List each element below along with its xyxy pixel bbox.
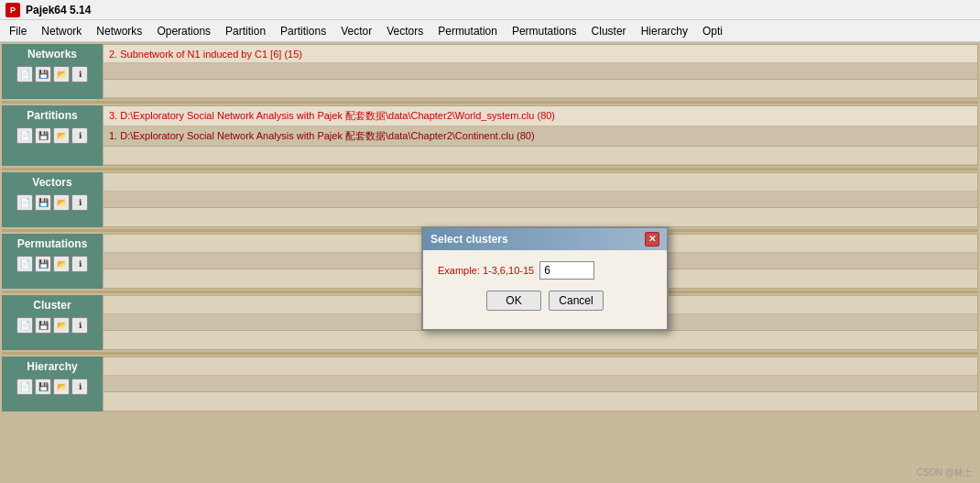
partitions-row-1: 3. D:\Exploratory Social Network Analysi… xyxy=(103,106,977,126)
partitions-row-2: 1. D:\Exploratory Social Network Analysi… xyxy=(103,126,977,147)
menu-networks[interactable]: Networks xyxy=(89,20,149,41)
hierarchy-panel: Hierarchy 📄 💾 📂 ℹ xyxy=(2,357,978,412)
hierarchy-title: Hierarchy xyxy=(27,360,77,373)
select-clusters-dialog: Select clusters ✕ Example: 1-3,6,10-15 O… xyxy=(421,226,669,331)
cluster-label-area: Cluster 📄 💾 📂 ℹ xyxy=(2,295,103,350)
menu-hierarchy[interactable]: Hierarchy xyxy=(634,20,695,41)
hierarchy-label-area: Hierarchy 📄 💾 📂 ℹ xyxy=(2,357,103,412)
permutations-label-area: Permutations 📄 💾 📂 ℹ xyxy=(2,234,103,289)
partitions-row-2-text: 1. D:\Exploratory Social Network Analysi… xyxy=(109,130,535,141)
permutations-toolbar: 📄 💾 📂 ℹ xyxy=(16,256,88,272)
hierarchy-toolbar: 📄 💾 📂 ℹ xyxy=(16,379,88,395)
menu-partition[interactable]: Partition xyxy=(218,20,273,41)
dialog-example-label: Example: 1-3,6,10-15 xyxy=(438,265,534,276)
sep-5 xyxy=(2,352,978,355)
vectors-panel: Vectors 📄 💾 📂 ℹ xyxy=(2,172,978,227)
menu-network[interactable]: Network xyxy=(34,20,89,41)
partitions-panel: Partitions 📄 💾 📂 ℹ 3. D:\Exploratory Soc… xyxy=(2,105,978,166)
networks-toolbar: 📄 💾 📂 ℹ xyxy=(16,66,88,82)
vectors-new-btn[interactable]: 📄 xyxy=(16,194,33,211)
vectors-toolbar: 📄 💾 📂 ℹ xyxy=(16,194,88,211)
vectors-title: Vectors xyxy=(32,176,71,189)
permutations-info-btn[interactable]: ℹ xyxy=(71,256,88,272)
dialog-clusters-input[interactable] xyxy=(539,261,594,280)
cluster-title: Cluster xyxy=(33,299,71,312)
networks-save-btn[interactable]: 💾 xyxy=(35,66,51,82)
permutations-save-btn[interactable]: 💾 xyxy=(35,256,51,272)
partitions-info-btn[interactable]: ℹ xyxy=(71,127,88,144)
menu-cluster[interactable]: Cluster xyxy=(584,20,634,41)
hierarchy-row-1 xyxy=(103,357,977,376)
hierarchy-save-btn[interactable]: 💾 xyxy=(35,379,51,395)
permutations-open-btn[interactable]: 📂 xyxy=(53,256,70,272)
title-bar: P Pajek64 5.14 xyxy=(0,0,980,20)
hierarchy-info-btn[interactable]: ℹ xyxy=(71,379,88,395)
dialog-buttons: OK Cancel xyxy=(438,291,652,318)
menu-opti[interactable]: Opti xyxy=(695,20,730,41)
networks-content: 2. Subnetwork of N1 induced by C1 [6] (1… xyxy=(103,44,978,99)
networks-row-1: 2. Subnetwork of N1 induced by C1 [6] (1… xyxy=(103,45,977,63)
vectors-save-btn[interactable]: 💾 xyxy=(35,194,51,211)
hierarchy-content xyxy=(103,357,978,412)
dialog-ok-button[interactable]: OK xyxy=(486,291,541,311)
networks-row-2 xyxy=(103,63,977,80)
menu-partitions[interactable]: Partitions xyxy=(273,20,333,41)
partitions-label-area: Partitions 📄 💾 📂 ℹ xyxy=(2,105,103,166)
vectors-content xyxy=(103,172,978,227)
menu-permutation[interactable]: Permutation xyxy=(430,20,505,41)
cluster-info-btn[interactable]: ℹ xyxy=(71,317,88,334)
partitions-title: Partitions xyxy=(27,109,77,122)
hierarchy-new-btn[interactable]: 📄 xyxy=(16,379,33,395)
menu-file[interactable]: File xyxy=(2,20,34,41)
hierarchy-open-btn[interactable]: 📂 xyxy=(53,379,70,395)
menu-operations[interactable]: Operations xyxy=(149,20,218,41)
watermark: CSDN @林土 xyxy=(917,467,973,479)
networks-new-btn[interactable]: 📄 xyxy=(16,66,33,82)
dialog-close-button[interactable]: ✕ xyxy=(645,232,659,247)
dialog-titlebar: Select clusters ✕ xyxy=(423,228,667,250)
permutations-title: Permutations xyxy=(17,237,88,250)
partitions-save-btn[interactable]: 💾 xyxy=(35,127,51,144)
partitions-toolbar: 📄 💾 📂 ℹ xyxy=(16,127,88,144)
partitions-new-btn[interactable]: 📄 xyxy=(16,127,33,144)
networks-panel: Networks 📄 💾 📂 ℹ 2. Subnetwork of N1 ind… xyxy=(2,44,978,99)
networks-title: Networks xyxy=(27,48,77,60)
partitions-open-btn[interactable]: 📂 xyxy=(53,127,70,144)
menu-permutations[interactable]: Permutations xyxy=(505,20,584,41)
cluster-open-btn[interactable]: 📂 xyxy=(53,317,70,334)
networks-open-btn[interactable]: 📂 xyxy=(53,66,70,82)
vectors-info-btn[interactable]: ℹ xyxy=(71,194,88,211)
partitions-row-3 xyxy=(103,147,977,165)
sep-1 xyxy=(2,101,978,104)
vectors-row-2 xyxy=(103,192,977,208)
menu-vectors[interactable]: Vectors xyxy=(379,20,430,41)
app-icon: P xyxy=(5,3,20,17)
menu-bar: File Network Networks Operations Partiti… xyxy=(0,20,980,42)
cluster-save-btn[interactable]: 💾 xyxy=(35,317,51,334)
hierarchy-row-2 xyxy=(103,376,977,392)
partitions-content: 3. D:\Exploratory Social Network Analysi… xyxy=(103,105,978,166)
sep-2 xyxy=(2,168,978,170)
cluster-new-btn[interactable]: 📄 xyxy=(16,317,33,334)
vectors-open-btn[interactable]: 📂 xyxy=(53,194,70,211)
permutations-new-btn[interactable]: 📄 xyxy=(16,256,33,272)
cluster-toolbar: 📄 💾 📂 ℹ xyxy=(16,317,88,334)
app-title: Pajek64 5.14 xyxy=(26,4,91,16)
networks-label-area: Networks 📄 💾 📂 ℹ xyxy=(2,44,103,99)
networks-row-3 xyxy=(103,80,977,98)
networks-info-btn[interactable]: ℹ xyxy=(71,66,88,82)
menu-vector[interactable]: Vector xyxy=(333,20,379,41)
dialog-cancel-button[interactable]: Cancel xyxy=(549,291,604,311)
dialog-example-row: Example: 1-3,6,10-15 xyxy=(438,261,652,280)
vectors-row-1 xyxy=(103,173,977,192)
dialog-title: Select clusters xyxy=(430,233,508,246)
dialog-body: Example: 1-3,6,10-15 OK Cancel xyxy=(423,250,667,329)
vectors-label-area: Vectors 📄 💾 📂 ℹ xyxy=(2,172,103,227)
